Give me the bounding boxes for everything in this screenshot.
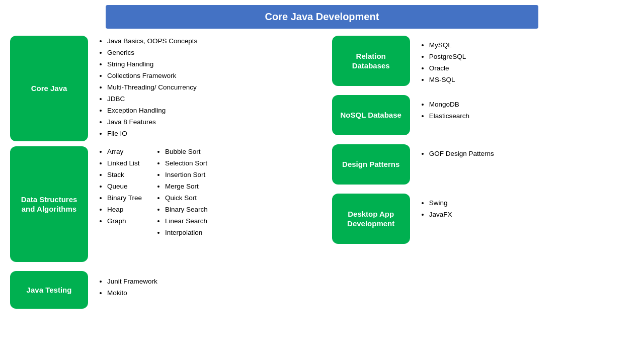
list-item: Linked List: [107, 158, 142, 169]
page: Core Java Development Core Java Java Bas…: [0, 0, 644, 362]
java-testing-box: Java Testing: [10, 271, 88, 309]
right-column: Relation Databases MySQL PostgreSQL Orac…: [322, 36, 634, 357]
list-item: Interpolation: [165, 227, 208, 239]
list-item: Array: [107, 146, 142, 158]
list-item: Swing: [429, 198, 452, 209]
relational-db-section: Relation Databases MySQL PostgreSQL Orac…: [332, 36, 634, 86]
list-item: GOF Design Patterns: [429, 148, 494, 160]
list-item: Collections Framework: [107, 70, 197, 82]
nosql-box: NoSQL Database: [332, 95, 410, 135]
list-item: Elasticsearch: [429, 111, 469, 122]
nosql-section: NoSQL Database MongoDB Elasticsearch: [332, 95, 634, 135]
core-java-section: Core Java Java Basics, OOPS Concepts Gen…: [10, 36, 322, 141]
list-item: Generics: [107, 47, 197, 59]
list-item: MySQL: [429, 40, 466, 51]
list-item: Linear Search: [165, 216, 208, 227]
list-item: Selection Sort: [165, 158, 208, 169]
list-item: Heap: [107, 204, 142, 216]
list-item: String Handling: [107, 59, 197, 70]
dsa-structures-list: Array Linked List Stack Queue Binary Tre…: [96, 146, 142, 239]
list-item: PostgreSQL: [429, 51, 466, 63]
list-item: JDBC: [107, 94, 197, 105]
design-patterns-box: Design Patterns: [332, 144, 410, 185]
java-testing-section: Java Testing Junit Framework Mokito: [10, 271, 322, 309]
desktop-app-section: Desktop App Development Swing JavaFX: [332, 194, 634, 244]
list-item: Mokito: [107, 288, 157, 299]
desktop-app-list: Swing JavaFX: [418, 198, 452, 221]
relational-db-list: MySQL PostgreSQL Oracle MS-SQL: [418, 40, 466, 86]
list-item: Java Basics, OOPS Concepts: [107, 36, 197, 47]
list-item: Oracle: [429, 63, 466, 74]
list-item: JavaFX: [429, 209, 452, 221]
list-item: Bubble Sort: [165, 146, 208, 158]
list-item: Stack: [107, 169, 142, 181]
core-java-list: Java Basics, OOPS Concepts Generics Stri…: [96, 36, 197, 139]
list-item: Binary Tree: [107, 193, 142, 204]
list-item: Exception Handling: [107, 105, 197, 117]
relational-db-box: Relation Databases: [332, 36, 410, 86]
list-item: Graph: [107, 216, 142, 227]
nosql-list: MongoDB Elasticsearch: [418, 99, 469, 122]
dsa-box: Data Structures and Algorithms: [10, 146, 88, 262]
java-testing-list: Junit Framework Mokito: [96, 276, 157, 299]
list-item: Merge Sort: [165, 181, 208, 193]
list-item: Java 8 Features: [107, 117, 197, 128]
list-item: Quick Sort: [165, 193, 208, 204]
dsa-section: Data Structures and Algorithms Array Lin…: [10, 146, 322, 262]
main-content: Core Java Java Basics, OOPS Concepts Gen…: [10, 36, 634, 357]
page-title: Core Java Development: [106, 5, 538, 29]
list-item: File IO: [107, 128, 197, 140]
list-item: Multi-Threading/ Concurrency: [107, 82, 197, 94]
left-column: Core Java Java Basics, OOPS Concepts Gen…: [10, 36, 322, 357]
core-java-box: Core Java: [10, 36, 88, 141]
list-item: Queue: [107, 181, 142, 193]
list-item: Insertion Sort: [165, 169, 208, 181]
dsa-bullets: Array Linked List Stack Queue Binary Tre…: [96, 146, 208, 239]
list-item: Binary Search: [165, 204, 208, 216]
design-patterns-section: Design Patterns GOF Design Patterns: [332, 144, 634, 185]
design-patterns-list: GOF Design Patterns: [418, 148, 494, 160]
list-item: MS-SQL: [429, 74, 466, 86]
dsa-algorithms-list: Bubble Sort Selection Sort Insertion Sor…: [154, 146, 208, 239]
desktop-app-box: Desktop App Development: [332, 194, 410, 244]
list-item: Junit Framework: [107, 276, 157, 288]
list-item: MongoDB: [429, 99, 469, 111]
